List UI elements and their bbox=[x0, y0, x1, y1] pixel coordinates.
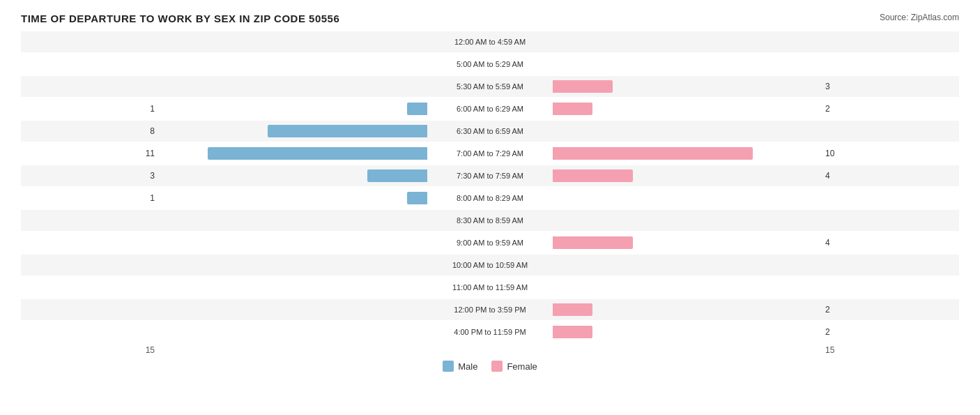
right-value: 2 bbox=[820, 305, 959, 315]
bar-label: 5:30 AM to 5:59 AM bbox=[457, 82, 523, 91]
male-bar-wrap bbox=[208, 147, 490, 160]
legend-male-label: Male bbox=[458, 361, 477, 372]
bars-center: 12:00 AM to 4:59 AM bbox=[160, 31, 820, 52]
bars-center: 8:00 AM to 8:29 AM bbox=[160, 188, 820, 209]
bar-row: 3 7:30 AM to 7:59 AM 4 bbox=[21, 165, 959, 186]
right-value: 10 bbox=[820, 149, 959, 158]
bar-row: 10:00 AM to 10:59 AM bbox=[21, 255, 959, 276]
male-bar bbox=[268, 125, 427, 137]
bars-center: 5:30 AM to 5:59 AM bbox=[160, 76, 820, 97]
bar-label: 6:30 AM to 6:59 AM bbox=[457, 127, 523, 135]
bar-label: 6:00 AM to 6:29 AM bbox=[457, 105, 523, 113]
female-bar bbox=[553, 80, 613, 93]
bar-label: 8:00 AM to 8:29 AM bbox=[457, 194, 523, 202]
male-bar bbox=[367, 169, 427, 182]
bars-center: 6:00 AM to 6:29 AM bbox=[160, 98, 820, 119]
bars-center: 9:00 AM to 9:59 AM bbox=[160, 232, 820, 253]
bars-center: 12:00 PM to 3:59 PM bbox=[160, 299, 820, 320]
bar-label: 10:00 AM to 10:59 AM bbox=[452, 261, 528, 269]
bar-row: 12:00 AM to 4:59 AM bbox=[21, 31, 959, 52]
bars-center: 6:30 AM to 6:59 AM bbox=[160, 121, 820, 142]
female-bar bbox=[553, 169, 633, 182]
bars-center: 5:00 AM to 5:29 AM bbox=[160, 54, 820, 75]
legend-female: Female bbox=[491, 361, 537, 372]
bar-label: 4:00 PM to 11:59 PM bbox=[454, 328, 526, 336]
bar-row: 11 7:00 AM to 7:29 AM 10 bbox=[21, 143, 959, 164]
bar-label: 12:00 PM to 3:59 PM bbox=[454, 305, 526, 314]
legend-female-label: Female bbox=[507, 361, 537, 372]
bar-row: 8 6:30 AM to 6:59 AM bbox=[21, 121, 959, 142]
female-bar bbox=[553, 236, 633, 249]
left-value: 8 bbox=[21, 126, 160, 136]
bar-row: 1 8:00 AM to 8:29 AM bbox=[21, 188, 959, 209]
right-value: 4 bbox=[820, 171, 959, 181]
axis-left: 15 bbox=[21, 345, 160, 355]
bar-label: 7:00 AM to 7:29 AM bbox=[457, 149, 523, 158]
female-bar bbox=[553, 147, 753, 160]
male-bar bbox=[407, 103, 427, 115]
left-value: 1 bbox=[21, 193, 160, 203]
bar-row: 1 6:00 AM to 6:29 AM 2 bbox=[21, 98, 959, 119]
bar-row: 9:00 AM to 9:59 AM 4 bbox=[21, 232, 959, 253]
right-value: 3 bbox=[820, 82, 959, 91]
left-value: 1 bbox=[21, 104, 160, 114]
bar-label: 11:00 AM to 11:59 AM bbox=[452, 283, 528, 292]
right-value: 2 bbox=[820, 327, 959, 337]
left-value: 11 bbox=[21, 149, 160, 158]
bar-label: 5:00 AM to 5:29 AM bbox=[457, 60, 523, 68]
legend: Male Female bbox=[21, 361, 959, 372]
right-value: 2 bbox=[820, 104, 959, 114]
bar-row: 4:00 PM to 11:59 PM 2 bbox=[21, 322, 959, 342]
male-bar bbox=[208, 147, 427, 160]
bars-center: 8:30 AM to 8:59 AM bbox=[160, 210, 820, 231]
bar-row: 8:30 AM to 8:59 AM bbox=[21, 210, 959, 231]
bars-center: 7:00 AM to 7:29 AM bbox=[160, 143, 820, 164]
bar-row: 11:00 AM to 11:59 AM bbox=[21, 277, 959, 298]
bar-row: 5:00 AM to 5:29 AM bbox=[21, 54, 959, 75]
chart-title: TIME OF DEPARTURE TO WORK BY SEX IN ZIP … bbox=[21, 13, 339, 24]
female-bar bbox=[553, 303, 592, 316]
female-bar-wrap bbox=[490, 147, 753, 160]
right-value: 4 bbox=[820, 238, 959, 248]
bar-label: 7:30 AM to 7:59 AM bbox=[457, 172, 523, 180]
bars-center: 10:00 AM to 10:59 AM bbox=[160, 255, 820, 276]
bar-row: 5:30 AM to 5:59 AM 3 bbox=[21, 76, 959, 97]
legend-male-box bbox=[443, 361, 454, 372]
left-value: 3 bbox=[21, 171, 160, 181]
axis-right: 15 bbox=[820, 345, 959, 355]
bars-center: 4:00 PM to 11:59 PM bbox=[160, 322, 820, 342]
bars-center: 11:00 AM to 11:59 AM bbox=[160, 277, 820, 298]
bar-row: 12:00 PM to 3:59 PM 2 bbox=[21, 299, 959, 320]
legend-male: Male bbox=[443, 361, 477, 372]
chart-area: 12:00 AM to 4:59 AM 5:00 AM to 5:29 AM 5… bbox=[21, 31, 959, 342]
chart-container: TIME OF DEPARTURE TO WORK BY SEX IN ZIP … bbox=[0, 0, 980, 393]
bar-label: 9:00 AM to 9:59 AM bbox=[457, 239, 523, 247]
chart-source: Source: ZipAtlas.com bbox=[880, 13, 959, 22]
chart-header: TIME OF DEPARTURE TO WORK BY SEX IN ZIP … bbox=[21, 13, 959, 24]
axis-row: 15 15 bbox=[21, 345, 959, 355]
female-bar bbox=[553, 103, 592, 115]
female-bar bbox=[553, 326, 592, 338]
bar-label: 8:30 AM to 8:59 AM bbox=[457, 216, 523, 225]
bar-label: 12:00 AM to 4:59 AM bbox=[454, 38, 526, 46]
bars-center: 7:30 AM to 7:59 AM bbox=[160, 165, 820, 186]
male-bar bbox=[407, 192, 427, 204]
legend-female-box bbox=[491, 361, 503, 372]
